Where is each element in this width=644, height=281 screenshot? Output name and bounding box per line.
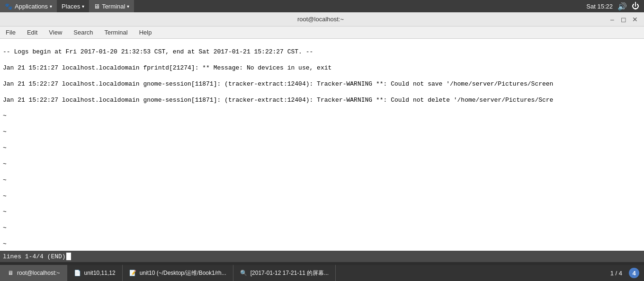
maximize-button[interactable]: ◻ [619,15,628,24]
taskbar-item-screenshot[interactable]: 🔍 [2017-01-12 17-21-11 的屏幕... [233,265,336,281]
menu-terminal[interactable]: Terminal [99,26,134,38]
menu-file[interactable]: File [0,26,21,38]
top-system-bar: 🐾 Applications ▾ Places ▾ 🖥 Terminal ▾ S… [0,0,644,12]
menu-edit[interactable]: Edit [21,26,43,38]
log-line-1: -- Logs begin at Fri 2017-01-20 21:32:53… [3,48,641,57]
taskbar-screenshot-icon: 🔍 [240,269,248,277]
taskbar-terminal-icon: 🖥 [7,269,14,277]
log-line-3: Jan 21 15:22:27 localhost.localdomain gn… [3,80,641,89]
tilde-5: ~ [3,176,641,185]
tilde-1: ~ [3,112,641,121]
taskbar-right: 1 / 4 4 [610,268,644,278]
terminal-menu[interactable]: 🖥 Terminal ▾ [89,0,134,12]
close-button[interactable]: ✕ [631,15,639,24]
taskbar-screenshot-label: [2017-01-12 17-21-11 的屏幕... [250,269,329,277]
places-menu[interactable]: Places ▾ [57,0,89,12]
log-line-4: Jan 21 15:22:27 localhost.localdomain gn… [3,96,641,105]
terminal-label: Terminal [102,3,125,10]
taskbar: 🖥 root@localhost:~ 📄 unit10,11,12 📝 unit… [0,265,644,281]
tilde-6: ~ [3,192,641,201]
taskbar-item-gedit[interactable]: 📝 unit10 (~/Desktop/运维/Book1/rh... [123,265,233,281]
menu-help[interactable]: Help [134,26,158,38]
terminal-title: root@localhost:~ [33,16,608,23]
terminal-menu-bar: File Edit View Search Terminal Help [0,26,644,39]
cursor-block [66,253,71,260]
top-bar-right: Sat 15:22 🔊 ⏻ [586,2,644,11]
app-icon: 🐾 [5,3,12,10]
top-bar-left: 🐾 Applications ▾ Places ▾ 🖥 Terminal ▾ [0,0,134,12]
applications-menu[interactable]: 🐾 Applications ▾ [0,0,57,12]
taskbar-items: 🖥 root@localhost:~ 📄 unit10,11,12 📝 unit… [0,265,336,281]
vim-status-line: lines 1-4/4 (END) [0,251,644,262]
log-line-2: Jan 21 15:21:27 localhost.localdomain fp… [3,64,641,73]
applications-label: Applications [15,3,48,10]
tilde-2: ~ [3,128,641,137]
taskbar-terminal-label: root@localhost:~ [17,270,60,276]
power-icon[interactable]: ⏻ [632,2,639,10]
applications-arrow: ▾ [50,4,52,9]
tilde-3: ~ [3,144,641,153]
page-indicator: 1 / 4 [610,270,622,277]
terminal-icon: 🖥 [94,3,100,10]
taskbar-unit-label: unit10,11,12 [84,270,116,276]
places-label: Places [62,3,80,10]
datetime-label: Sat 15:22 [586,3,613,10]
terminal-arrow: ▾ [127,4,129,9]
status-text: lines 1-4/4 (END) [3,253,66,260]
terminal-title-bar: root@localhost:~ – ◻ ✕ [0,12,644,26]
taskbar-item-terminal[interactable]: 🖥 root@localhost:~ [0,265,67,281]
minimize-button[interactable]: – [608,15,617,24]
volume-icon[interactable]: 🔊 [617,2,627,11]
taskbar-gedit-label: unit10 (~/Desktop/运维/Book1/rh... [140,269,226,277]
places-arrow: ▾ [82,4,84,9]
window-controls: – ◻ ✕ [608,15,639,24]
tilde-9: ~ [3,240,641,249]
taskbar-gedit-icon: 📝 [129,269,137,277]
workspace-badge[interactable]: 4 [629,268,639,278]
terminal-output: -- Logs begin at Fri 2017-01-20 21:32:53… [0,39,644,251]
tilde-8: ~ [3,224,641,233]
menu-view[interactable]: View [43,26,68,38]
terminal-window: root@localhost:~ – ◻ ✕ File Edit View Se… [0,12,644,262]
taskbar-item-unit[interactable]: 📄 unit10,11,12 [67,265,123,281]
taskbar-unit-icon: 📄 [74,269,81,277]
tilde-4: ~ [3,160,641,169]
menu-search[interactable]: Search [68,26,98,38]
tilde-7: ~ [3,208,641,217]
